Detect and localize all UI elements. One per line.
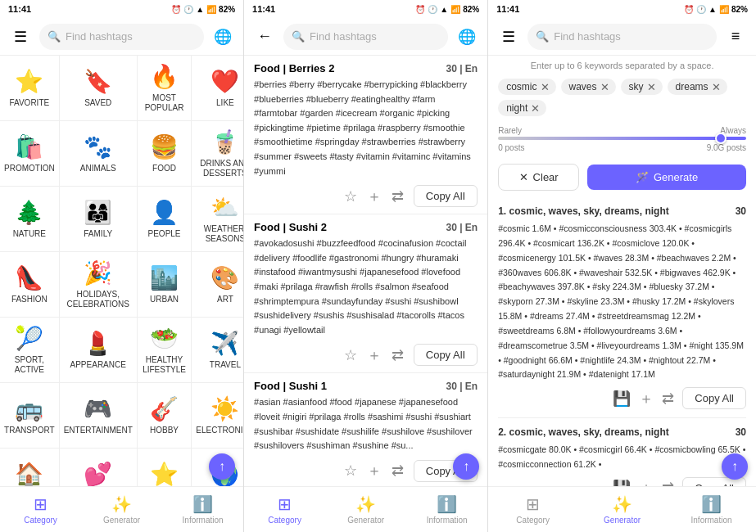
hamburger-icon-3[interactable]: ☰ bbox=[496, 25, 521, 49]
remove-keyword-dreams[interactable]: ✕ bbox=[712, 82, 721, 92]
keyword-text-dreams: dreams bbox=[676, 81, 708, 92]
shuffle-icon-berries2[interactable]: ⇄ bbox=[392, 187, 404, 205]
remove-keyword-cosmic[interactable]: ✕ bbox=[541, 82, 550, 92]
nav-item-category-1[interactable]: ⊞ Category bbox=[0, 487, 81, 532]
category-cell-family[interactable]: 👨‍👩‍👧 FAMILY bbox=[60, 187, 138, 252]
add-result-icon-result2[interactable]: ＋ bbox=[639, 478, 654, 486]
clear-button[interactable]: ✕ Clear bbox=[498, 164, 579, 191]
bookmark-icon-berries2[interactable]: ☆ bbox=[344, 187, 357, 205]
add-icon-sushi1[interactable]: ＋ bbox=[367, 461, 382, 480]
category-label-transport: TRANSPORT bbox=[4, 426, 55, 435]
bookmark-icon-sushi1[interactable]: ☆ bbox=[344, 462, 357, 480]
copy-all-btn-sushi2[interactable]: Copy AlI bbox=[414, 344, 478, 366]
keyword-tag-dreams: dreams ✕ bbox=[668, 79, 727, 95]
scroll-up-btn-2[interactable]: ↑ bbox=[453, 453, 479, 480]
copy-all-result-btn-result1[interactable]: Copy All bbox=[682, 387, 746, 409]
category-cell-electronics[interactable]: ☀️ ELECTRONICS bbox=[192, 383, 243, 449]
category-icon-people: 👤 bbox=[150, 199, 179, 226]
add-result-icon-result1[interactable]: ＋ bbox=[639, 389, 654, 408]
category-cell-favorite[interactable]: ⭐ FAVORITE bbox=[0, 56, 60, 121]
category-label-promotion: PROMOTION bbox=[4, 164, 55, 174]
copy-all-btn-berries2[interactable]: Copy AlI bbox=[414, 185, 478, 207]
add-icon-sushi2[interactable]: ＋ bbox=[367, 345, 382, 365]
category-cell-saved[interactable]: 🔖 SAVED bbox=[60, 56, 138, 121]
nav-item-category-3[interactable]: ⊞ Category bbox=[488, 487, 577, 532]
search-box-3[interactable]: 🔍 Find hashtags bbox=[527, 24, 717, 50]
category-label-appearance: APPEARANCE bbox=[70, 360, 126, 370]
search-box-2[interactable]: 🔍 Find hashtags bbox=[283, 24, 448, 50]
shuffle-icon-sushi2[interactable]: ⇄ bbox=[392, 346, 404, 364]
nav-item-generator-1[interactable]: ✨ Generator bbox=[81, 487, 162, 532]
nav-item-generator-2[interactable]: ✨ Generator bbox=[325, 487, 406, 532]
generate-button[interactable]: 🪄 Generate bbox=[587, 165, 746, 190]
category-icon-saved: 🔖 bbox=[84, 68, 112, 95]
nav-item-information-3[interactable]: ℹ️ Information bbox=[667, 487, 756, 532]
category-cell-sport-active[interactable]: 🎾 SPORT, ACTIVE bbox=[0, 318, 60, 383]
category-cell-entertainment[interactable]: 🎮 ENTERTAINMENT bbox=[60, 383, 138, 449]
category-cell-appearance[interactable]: 💄 APPEARANCE bbox=[60, 318, 138, 383]
category-label-entertainment: ENTERTAINMENT bbox=[64, 426, 133, 435]
category-cell-food[interactable]: 🍔 FOOD bbox=[138, 121, 192, 187]
remove-keyword-night[interactable]: ✕ bbox=[531, 103, 540, 114]
nav-item-category-2[interactable]: ⊞ Category bbox=[244, 487, 325, 532]
category-cell-hobby[interactable]: 🎸 HOBBY bbox=[138, 383, 192, 449]
slider-max-value: 9.0G posts bbox=[707, 143, 746, 152]
shuffle-icon-sushi1[interactable]: ⇄ bbox=[392, 462, 404, 480]
wifi-icon: ▲ bbox=[196, 5, 204, 14]
globe-icon-1[interactable]: 🌐 bbox=[211, 25, 235, 49]
category-icon-life: 🏠 bbox=[15, 461, 43, 486]
search-icon-2: 🔍 bbox=[292, 30, 305, 43]
clock-icon-3: 🕐 bbox=[696, 5, 706, 14]
category-cell-feelings[interactable]: 💕 FEELINGS bbox=[60, 449, 138, 486]
search-box-1[interactable]: 🔍 Find hashtags bbox=[39, 24, 204, 50]
category-cell-celebrity[interactable]: ⭐ CELEBRITY bbox=[138, 449, 192, 486]
globe-icon-2[interactable]: 🌐 bbox=[455, 25, 479, 49]
save-result-icon-result2[interactable]: 💾 bbox=[613, 479, 631, 486]
nav-item-information-1[interactable]: ℹ️ Information bbox=[162, 487, 243, 532]
shuffle-result-icon-result1[interactable]: ⇄ bbox=[662, 390, 674, 408]
search-icon-1: 🔍 bbox=[48, 30, 61, 43]
category-cell-travel[interactable]: ✈️ TRAVEL bbox=[192, 318, 243, 383]
category-cell-transport[interactable]: 🚌 TRANSPORT bbox=[0, 383, 60, 449]
slider-thumb[interactable] bbox=[715, 133, 727, 144]
category-icon-like: ❤️ bbox=[211, 68, 239, 95]
status-icons-2: ⏰ 🕐 ▲ 📶 82% bbox=[415, 5, 479, 14]
category-cell-fashion[interactable]: 👠 FASHION bbox=[0, 252, 60, 318]
hamburger-icon-1[interactable]: ☰ bbox=[8, 25, 33, 49]
category-cell-nature[interactable]: 🌲 NATURE bbox=[0, 187, 60, 252]
bookmark-icon-sushi2[interactable]: ☆ bbox=[344, 346, 357, 364]
category-cell-most-popular[interactable]: 🔥 MOST POPULAR bbox=[138, 56, 192, 121]
category-cell-promotion[interactable]: 🛍️ PROMOTION bbox=[0, 121, 60, 187]
hashtag-set-berries2: Food | Berries 2 30 | En #berries #berry… bbox=[244, 56, 487, 214]
add-icon-berries2[interactable]: ＋ bbox=[367, 187, 382, 206]
category-icon-feelings: 💕 bbox=[84, 461, 112, 486]
category-cell-drinks-desserts[interactable]: 🧋 DRINKS AND DESSERTS bbox=[192, 121, 243, 187]
slider-track[interactable] bbox=[498, 137, 746, 140]
category-cell-healthy-lifestyle[interactable]: 🥗 HEALTHY LIFESTYLE bbox=[138, 318, 192, 383]
scroll-up-btn-1[interactable]: ↑ bbox=[209, 453, 235, 480]
scroll-up-btn-3[interactable]: ↑ bbox=[722, 453, 748, 480]
category-cell-people[interactable]: 👤 PEOPLE bbox=[138, 187, 192, 252]
gen-hint: Enter up to 6 keywords separated by a sp… bbox=[488, 56, 756, 74]
nav-item-generator-3[interactable]: ✨ Generator bbox=[577, 487, 667, 532]
shuffle-result-icon-result2[interactable]: ⇄ bbox=[662, 479, 674, 486]
result-count-result2: 30 bbox=[736, 426, 746, 438]
back-btn-2[interactable]: ← bbox=[252, 25, 277, 49]
food-title-bar-sushi2: Food | Sushi 2 30 | En bbox=[254, 221, 478, 233]
gen-actions: ✕ Clear 🪄 Generate bbox=[488, 157, 756, 197]
category-cell-life[interactable]: 🏠 LIFE bbox=[0, 449, 60, 486]
category-cell-urban[interactable]: 🏙️ URBAN bbox=[138, 252, 192, 318]
category-label-fashion: FASHION bbox=[11, 295, 48, 304]
category-label-weather-seasons: WEATHER, SEASONS bbox=[196, 224, 243, 244]
category-cell-weather-seasons[interactable]: ⛅ WEATHER, SEASONS bbox=[192, 187, 243, 252]
food-title-sushi1: Food | Sushi 1 bbox=[254, 380, 327, 392]
nav-item-information-2[interactable]: ℹ️ Information bbox=[406, 487, 487, 532]
remove-keyword-sky[interactable]: ✕ bbox=[647, 82, 656, 92]
remove-keyword-waves[interactable]: ✕ bbox=[600, 82, 609, 92]
category-cell-animals[interactable]: 🐾 ANIMALS bbox=[60, 121, 138, 187]
save-result-icon-result1[interactable]: 💾 bbox=[613, 390, 631, 408]
category-cell-art[interactable]: 🎨 ART bbox=[192, 252, 243, 318]
category-cell-like[interactable]: ❤️ LIKE bbox=[192, 56, 243, 121]
category-cell-holidays[interactable]: 🎉 HOLIDAYS, CELEBRATIONS bbox=[60, 252, 138, 318]
filter-icon-3[interactable]: ≡ bbox=[723, 25, 748, 49]
